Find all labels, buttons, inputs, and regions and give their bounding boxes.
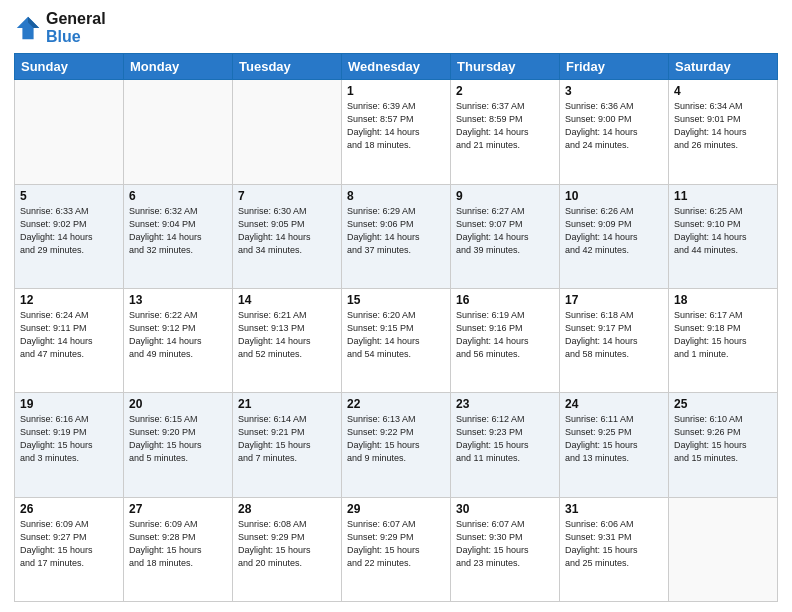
day-info: Sunrise: 6:25 AM Sunset: 9:10 PM Dayligh…	[674, 205, 772, 257]
weekday-header-row: SundayMondayTuesdayWednesdayThursdayFrid…	[15, 54, 778, 80]
day-info: Sunrise: 6:08 AM Sunset: 9:29 PM Dayligh…	[238, 518, 336, 570]
calendar-table: SundayMondayTuesdayWednesdayThursdayFrid…	[14, 53, 778, 602]
calendar-cell: 19Sunrise: 6:16 AM Sunset: 9:19 PM Dayli…	[15, 393, 124, 497]
calendar-cell: 30Sunrise: 6:07 AM Sunset: 9:30 PM Dayli…	[451, 497, 560, 601]
day-number: 11	[674, 189, 772, 203]
day-number: 1	[347, 84, 445, 98]
day-number: 5	[20, 189, 118, 203]
day-number: 25	[674, 397, 772, 411]
calendar-cell: 16Sunrise: 6:19 AM Sunset: 9:16 PM Dayli…	[451, 288, 560, 392]
day-number: 13	[129, 293, 227, 307]
calendar-cell: 22Sunrise: 6:13 AM Sunset: 9:22 PM Dayli…	[342, 393, 451, 497]
day-number: 20	[129, 397, 227, 411]
day-number: 19	[20, 397, 118, 411]
calendar-cell: 6Sunrise: 6:32 AM Sunset: 9:04 PM Daylig…	[124, 184, 233, 288]
calendar-cell: 26Sunrise: 6:09 AM Sunset: 9:27 PM Dayli…	[15, 497, 124, 601]
weekday-header-friday: Friday	[560, 54, 669, 80]
calendar-week-1: 1Sunrise: 6:39 AM Sunset: 8:57 PM Daylig…	[15, 80, 778, 184]
day-info: Sunrise: 6:32 AM Sunset: 9:04 PM Dayligh…	[129, 205, 227, 257]
day-number: 3	[565, 84, 663, 98]
logo-text: General Blue	[46, 10, 106, 45]
day-number: 24	[565, 397, 663, 411]
calendar-week-4: 19Sunrise: 6:16 AM Sunset: 9:19 PM Dayli…	[15, 393, 778, 497]
day-info: Sunrise: 6:09 AM Sunset: 9:28 PM Dayligh…	[129, 518, 227, 570]
calendar-cell: 14Sunrise: 6:21 AM Sunset: 9:13 PM Dayli…	[233, 288, 342, 392]
calendar-cell	[233, 80, 342, 184]
day-info: Sunrise: 6:21 AM Sunset: 9:13 PM Dayligh…	[238, 309, 336, 361]
weekday-header-thursday: Thursday	[451, 54, 560, 80]
logo: General Blue	[14, 10, 106, 45]
day-number: 8	[347, 189, 445, 203]
calendar-cell: 13Sunrise: 6:22 AM Sunset: 9:12 PM Dayli…	[124, 288, 233, 392]
calendar-cell: 11Sunrise: 6:25 AM Sunset: 9:10 PM Dayli…	[669, 184, 778, 288]
day-info: Sunrise: 6:18 AM Sunset: 9:17 PM Dayligh…	[565, 309, 663, 361]
calendar-cell	[15, 80, 124, 184]
calendar-cell: 8Sunrise: 6:29 AM Sunset: 9:06 PM Daylig…	[342, 184, 451, 288]
calendar-cell: 28Sunrise: 6:08 AM Sunset: 9:29 PM Dayli…	[233, 497, 342, 601]
day-info: Sunrise: 6:09 AM Sunset: 9:27 PM Dayligh…	[20, 518, 118, 570]
calendar-cell: 12Sunrise: 6:24 AM Sunset: 9:11 PM Dayli…	[15, 288, 124, 392]
day-number: 14	[238, 293, 336, 307]
day-info: Sunrise: 6:34 AM Sunset: 9:01 PM Dayligh…	[674, 100, 772, 152]
logo-icon	[14, 14, 42, 42]
day-info: Sunrise: 6:30 AM Sunset: 9:05 PM Dayligh…	[238, 205, 336, 257]
calendar-cell: 9Sunrise: 6:27 AM Sunset: 9:07 PM Daylig…	[451, 184, 560, 288]
calendar-cell: 7Sunrise: 6:30 AM Sunset: 9:05 PM Daylig…	[233, 184, 342, 288]
day-info: Sunrise: 6:07 AM Sunset: 9:29 PM Dayligh…	[347, 518, 445, 570]
day-info: Sunrise: 6:29 AM Sunset: 9:06 PM Dayligh…	[347, 205, 445, 257]
weekday-header-tuesday: Tuesday	[233, 54, 342, 80]
calendar-cell: 2Sunrise: 6:37 AM Sunset: 8:59 PM Daylig…	[451, 80, 560, 184]
day-info: Sunrise: 6:07 AM Sunset: 9:30 PM Dayligh…	[456, 518, 554, 570]
day-info: Sunrise: 6:17 AM Sunset: 9:18 PM Dayligh…	[674, 309, 772, 361]
weekday-header-wednesday: Wednesday	[342, 54, 451, 80]
day-number: 9	[456, 189, 554, 203]
day-info: Sunrise: 6:16 AM Sunset: 9:19 PM Dayligh…	[20, 413, 118, 465]
day-number: 26	[20, 502, 118, 516]
weekday-header-sunday: Sunday	[15, 54, 124, 80]
calendar-cell: 27Sunrise: 6:09 AM Sunset: 9:28 PM Dayli…	[124, 497, 233, 601]
header: General Blue	[14, 10, 778, 45]
calendar-week-2: 5Sunrise: 6:33 AM Sunset: 9:02 PM Daylig…	[15, 184, 778, 288]
calendar-cell	[669, 497, 778, 601]
calendar-cell: 1Sunrise: 6:39 AM Sunset: 8:57 PM Daylig…	[342, 80, 451, 184]
calendar-cell: 17Sunrise: 6:18 AM Sunset: 9:17 PM Dayli…	[560, 288, 669, 392]
calendar-cell: 24Sunrise: 6:11 AM Sunset: 9:25 PM Dayli…	[560, 393, 669, 497]
day-info: Sunrise: 6:12 AM Sunset: 9:23 PM Dayligh…	[456, 413, 554, 465]
page: General Blue SundayMondayTuesdayWednesda…	[0, 0, 792, 612]
day-number: 16	[456, 293, 554, 307]
day-info: Sunrise: 6:27 AM Sunset: 9:07 PM Dayligh…	[456, 205, 554, 257]
day-info: Sunrise: 6:14 AM Sunset: 9:21 PM Dayligh…	[238, 413, 336, 465]
calendar-cell: 20Sunrise: 6:15 AM Sunset: 9:20 PM Dayli…	[124, 393, 233, 497]
day-number: 31	[565, 502, 663, 516]
day-info: Sunrise: 6:33 AM Sunset: 9:02 PM Dayligh…	[20, 205, 118, 257]
day-number: 28	[238, 502, 336, 516]
day-info: Sunrise: 6:19 AM Sunset: 9:16 PM Dayligh…	[456, 309, 554, 361]
day-number: 17	[565, 293, 663, 307]
calendar-week-5: 26Sunrise: 6:09 AM Sunset: 9:27 PM Dayli…	[15, 497, 778, 601]
day-info: Sunrise: 6:24 AM Sunset: 9:11 PM Dayligh…	[20, 309, 118, 361]
day-number: 7	[238, 189, 336, 203]
day-number: 29	[347, 502, 445, 516]
weekday-header-saturday: Saturday	[669, 54, 778, 80]
calendar-cell: 3Sunrise: 6:36 AM Sunset: 9:00 PM Daylig…	[560, 80, 669, 184]
day-info: Sunrise: 6:26 AM Sunset: 9:09 PM Dayligh…	[565, 205, 663, 257]
day-number: 6	[129, 189, 227, 203]
day-info: Sunrise: 6:10 AM Sunset: 9:26 PM Dayligh…	[674, 413, 772, 465]
day-number: 18	[674, 293, 772, 307]
day-number: 4	[674, 84, 772, 98]
day-number: 27	[129, 502, 227, 516]
weekday-header-monday: Monday	[124, 54, 233, 80]
calendar-cell: 23Sunrise: 6:12 AM Sunset: 9:23 PM Dayli…	[451, 393, 560, 497]
day-info: Sunrise: 6:11 AM Sunset: 9:25 PM Dayligh…	[565, 413, 663, 465]
day-info: Sunrise: 6:06 AM Sunset: 9:31 PM Dayligh…	[565, 518, 663, 570]
calendar-cell: 25Sunrise: 6:10 AM Sunset: 9:26 PM Dayli…	[669, 393, 778, 497]
day-info: Sunrise: 6:36 AM Sunset: 9:00 PM Dayligh…	[565, 100, 663, 152]
day-number: 21	[238, 397, 336, 411]
calendar-cell: 18Sunrise: 6:17 AM Sunset: 9:18 PM Dayli…	[669, 288, 778, 392]
day-number: 22	[347, 397, 445, 411]
day-number: 15	[347, 293, 445, 307]
calendar-cell: 21Sunrise: 6:14 AM Sunset: 9:21 PM Dayli…	[233, 393, 342, 497]
calendar-cell: 15Sunrise: 6:20 AM Sunset: 9:15 PM Dayli…	[342, 288, 451, 392]
day-number: 12	[20, 293, 118, 307]
day-info: Sunrise: 6:15 AM Sunset: 9:20 PM Dayligh…	[129, 413, 227, 465]
